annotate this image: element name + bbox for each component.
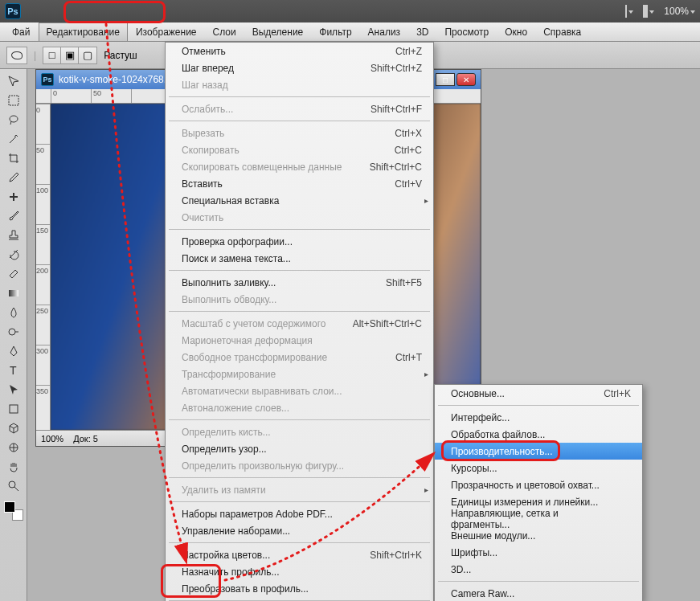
- hand-tool[interactable]: [4, 458, 23, 476]
- svg-rect-3: [13, 193, 14, 201]
- prefs-menu-item-3[interactable]: Обработка файлов...: [435, 426, 642, 443]
- edit-menu-item-36[interactable]: Назначить профиль...: [166, 563, 433, 580]
- menu-item-label: Ослабить...: [182, 104, 233, 115]
- stamp-tool[interactable]: [4, 227, 23, 244]
- edit-menu-item-26: Определить кисть...: [166, 423, 433, 440]
- prefs-menu-item-4[interactable]: Производительность...: [435, 443, 642, 460]
- edit-menu-item-1[interactable]: Шаг впередShift+Ctrl+Z: [166, 59, 433, 76]
- blur-tool[interactable]: [4, 304, 23, 321]
- menu-item-label: Поиск и замена текста...: [182, 253, 291, 264]
- path-select-tool[interactable]: [4, 381, 23, 399]
- edit-menu-item-2: Шаг назад: [166, 76, 433, 93]
- type-tool[interactable]: T: [4, 362, 23, 379]
- prefs-menu-item-5[interactable]: Курсоры...: [435, 460, 642, 476]
- edit-menu-item-23: Автоматически выравнивать слои...: [166, 382, 433, 399]
- zoom-tool[interactable]: [4, 477, 23, 495]
- menubar: Фай Редактирование Изображение Слои Выде…: [0, 22, 700, 42]
- menu-view[interactable]: Просмотр: [436, 22, 497, 41]
- menu-item-shortcut: Shift+Ctrl+K: [370, 550, 422, 561]
- doc-close[interactable]: ✕: [456, 73, 476, 86]
- edit-menu-item-0[interactable]: ОтменитьCtrl+Z: [166, 43, 433, 59]
- edit-menu-item-32[interactable]: Наборы параметров Adobe PDF...: [166, 505, 433, 522]
- prefs-menu-item-8[interactable]: Направляющие, сетка и фрагменты...: [435, 510, 642, 527]
- menu-select[interactable]: Выделение: [244, 22, 312, 41]
- edit-menu-item-33[interactable]: Управление наборами...: [166, 522, 433, 539]
- edit-menu-item-37[interactable]: Преобразовать в профиль...: [166, 580, 433, 597]
- brush-tool[interactable]: [4, 207, 23, 225]
- history-brush-tool[interactable]: [4, 246, 23, 264]
- menu-3d[interactable]: 3D: [408, 22, 436, 41]
- menu-item-label: Вырезать: [182, 128, 224, 139]
- menu-item-label: Интерфейс...: [451, 412, 510, 423]
- menu-layers[interactable]: Слои: [205, 22, 244, 41]
- edit-menu-item-35[interactable]: Настройка цветов...Shift+Ctrl+K: [166, 546, 433, 563]
- crop-tool[interactable]: [4, 149, 23, 167]
- healing-tool[interactable]: [4, 188, 23, 206]
- menu-item-label: Свободное трансформирование: [182, 352, 327, 363]
- edit-menu-item-4: Ослабить...Shift+Ctrl+F: [166, 100, 433, 117]
- prefs-menu-item-13[interactable]: Camera Raw...: [435, 585, 642, 601]
- edit-menu-item-13[interactable]: Проверка орфографии...: [166, 233, 433, 250]
- edit-menu-item-10[interactable]: Специальная вставка: [166, 192, 433, 209]
- svg-rect-7: [10, 405, 18, 413]
- menu-window[interactable]: Окно: [497, 22, 535, 41]
- menu-item-label: Настройка цветов...: [182, 550, 270, 561]
- menu-item-label: 3D...: [451, 564, 471, 575]
- svg-rect-0: [9, 96, 18, 105]
- menu-item-shortcut: Ctrl+K: [604, 388, 631, 399]
- extras-menu[interactable]: [643, 6, 654, 17]
- menu-image[interactable]: Изображение: [128, 22, 205, 41]
- menu-item-label: Наборы параметров Adobe PDF...: [182, 509, 333, 520]
- shape-tool[interactable]: [4, 400, 23, 418]
- magic-wand-tool[interactable]: [4, 130, 23, 148]
- dodge-tool[interactable]: [4, 323, 23, 341]
- lasso-tool[interactable]: [4, 111, 23, 129]
- menu-filter[interactable]: Фильтр: [311, 22, 359, 41]
- menu-item-label: Масштаб с учетом содержимого: [182, 318, 326, 329]
- menu-file[interactable]: Фай: [0, 22, 39, 41]
- edit-menu-item-14[interactable]: Поиск и замена текста...: [166, 250, 433, 267]
- selection-mode[interactable]: □▣▢: [43, 47, 97, 64]
- menu-item-shortcut: Shift+Ctrl+C: [370, 161, 422, 173]
- 3d-tool[interactable]: [4, 419, 23, 437]
- color-swatches[interactable]: [4, 501, 23, 521]
- eraser-tool[interactable]: [4, 265, 23, 283]
- move-tool[interactable]: [4, 72, 23, 90]
- gradient-tool[interactable]: [4, 284, 23, 302]
- doc-zoom[interactable]: 100%: [41, 434, 63, 444]
- menu-analysis[interactable]: Анализ: [360, 22, 409, 41]
- menu-help[interactable]: Справка: [535, 22, 589, 41]
- svg-point-9: [9, 481, 15, 488]
- edit-menu-item-22: Трансформирование: [166, 366, 433, 382]
- edit-menu-item-27[interactable]: Определить узор...: [166, 440, 433, 457]
- prefs-menu-item-11[interactable]: 3D...: [435, 561, 642, 578]
- menu-item-label: Внешние модули...: [451, 530, 535, 542]
- menu-item-label: Определить произвольную фигуру...: [182, 460, 344, 472]
- zoom-level[interactable]: 100%: [664, 6, 695, 17]
- menu-item-shortcut: Shift+Ctrl+F: [370, 104, 422, 115]
- document-icon: Ps: [41, 73, 54, 86]
- menu-item-label: Преобразовать в профиль...: [182, 583, 309, 595]
- menu-item-label: Определить узор...: [182, 444, 267, 455]
- menu-item-shortcut: Ctrl+T: [395, 352, 422, 363]
- prefs-menu-item-0[interactable]: Основные...Ctrl+K: [435, 385, 642, 402]
- menu-edit[interactable]: Редактирование: [39, 22, 128, 41]
- 3d-camera-tool[interactable]: [4, 439, 23, 456]
- prefs-menu-item-9[interactable]: Внешние модули...: [435, 527, 642, 544]
- edit-menu-item-24: Автоналожение слоев...: [166, 399, 433, 416]
- doc-maximize[interactable]: □: [436, 73, 455, 86]
- marquee-tool[interactable]: [4, 92, 23, 109]
- workspace-switcher[interactable]: [625, 6, 633, 17]
- menu-item-label: Автоматически выравнивать слои...: [182, 386, 342, 397]
- eyedropper-tool[interactable]: [4, 169, 23, 186]
- prefs-menu-item-6[interactable]: Прозрачность и цветовой охват...: [435, 476, 642, 493]
- menu-item-label: Курсоры...: [451, 463, 497, 474]
- menu-item-label: Специальная вставка: [182, 195, 279, 206]
- edit-menu-item-16[interactable]: Выполнить заливку...Shift+F5: [166, 274, 433, 291]
- menu-item-label: Назначить профиль...: [182, 566, 279, 578]
- active-tool-preview[interactable]: [6, 47, 27, 64]
- prefs-menu-item-2[interactable]: Интерфейс...: [435, 409, 642, 426]
- edit-menu-item-9[interactable]: ВставитьCtrl+V: [166, 175, 433, 192]
- pen-tool[interactable]: [4, 342, 23, 360]
- prefs-menu-item-10[interactable]: Шрифты...: [435, 544, 642, 561]
